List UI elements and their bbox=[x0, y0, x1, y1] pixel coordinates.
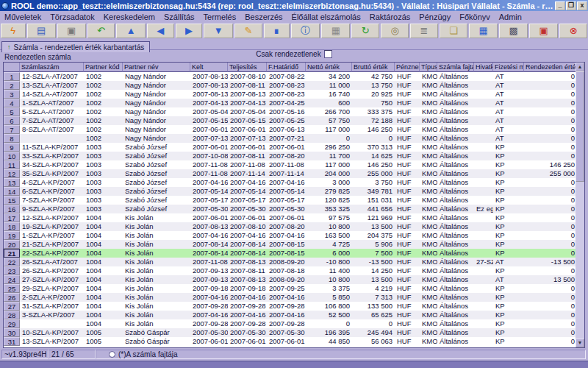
column-header-teljesites[interactable]: Teljesítés bbox=[228, 63, 267, 72]
cell-szamlaszam[interactable]: 1-SZLA-AT/2007 bbox=[20, 99, 84, 107]
cell-f-hatarido[interactable]: 2007-08-15 bbox=[267, 240, 306, 249]
cell-f-hatarido[interactable]: 2007-04-16 bbox=[267, 311, 306, 319]
cell-kelt[interactable]: 2007-08-14 bbox=[190, 249, 228, 258]
cell-rendezetlen-ertek[interactable]: -13 500 bbox=[524, 258, 577, 266]
table-row[interactable]: 78-SZLA-AT/20071002Nagy Nándor2007-06-01… bbox=[4, 125, 584, 134]
cell-szamla-fajta[interactable]: Általános bbox=[437, 319, 474, 328]
cell-penznem[interactable]: HUF bbox=[395, 293, 420, 302]
cell-f-hatarido[interactable]: 2007-08-18 bbox=[267, 266, 306, 275]
cell-netto-ertek[interactable]: 10 800 bbox=[306, 222, 352, 231]
cell-rendezetlen-ertek[interactable]: 0 bbox=[524, 90, 577, 99]
cell-tipus[interactable]: KMO bbox=[420, 160, 437, 169]
cell-szamla-fajta[interactable]: Általános bbox=[437, 99, 474, 107]
cell-partner-kod[interactable]: 1003 bbox=[84, 169, 123, 178]
cell-partner-kod[interactable]: 1002 bbox=[84, 72, 123, 81]
cell-hivatkozas[interactable] bbox=[474, 249, 493, 258]
cell-penznem[interactable]: HUF bbox=[395, 152, 420, 160]
cell-teljesites[interactable]: 2007-08-11 bbox=[228, 81, 267, 90]
menu-item-t-rzsadatok[interactable]: Törzsadatok bbox=[46, 13, 99, 21]
invoice-type-radio[interactable] bbox=[109, 351, 115, 358]
cell-teljesites[interactable]: 2007-08-13 bbox=[228, 275, 267, 284]
cell-partner-nev[interactable]: Nagy Nándor bbox=[123, 90, 190, 99]
cell-fizetesi-mod[interactable]: AT bbox=[493, 125, 524, 134]
cell-hivatkozas[interactable] bbox=[474, 90, 493, 99]
menu-item-sz-ll-t-s[interactable]: Szállítás bbox=[159, 13, 199, 21]
table-row[interactable]: 2021-SZLA-KP/20071004Kis Jolán2007-08-14… bbox=[4, 240, 584, 249]
cell-partner-kod[interactable]: 1003 bbox=[84, 143, 123, 152]
cell-hivatkozas[interactable] bbox=[474, 337, 493, 346]
cell-szamla-fajta[interactable]: Általános bbox=[437, 134, 474, 143]
cell-teljesites[interactable]: 2007-09-18 bbox=[228, 284, 267, 293]
column-header-penznem[interactable]: Pénznem bbox=[395, 63, 420, 72]
cell-kelt[interactable]: 2007-10-08 bbox=[190, 152, 228, 160]
cell-hivatkozas[interactable] bbox=[474, 99, 493, 107]
cell-rendezetlen-ertek[interactable]: 0 bbox=[524, 116, 577, 125]
cell-partner-nev[interactable]: Kis Jolán bbox=[123, 284, 190, 293]
cell-teljesites[interactable]: 2007-11-08 bbox=[228, 160, 267, 169]
row-number[interactable]: 18 bbox=[4, 222, 20, 231]
search-magnifier-button[interactable]: ◎ bbox=[381, 24, 409, 38]
table-row[interactable]: 2226-SZLA-AT/20071004Kis Jolán2007-11-08… bbox=[4, 258, 584, 266]
cell-rendezetlen-ertek[interactable]: 146 250 bbox=[524, 160, 577, 169]
cell-fizetesi-mod[interactable]: KP bbox=[493, 284, 524, 293]
cell-szamlaszam[interactable]: 31-SZLA-KP/2007 bbox=[20, 302, 84, 311]
cell-f-hatarido[interactable]: 2007-06-01 bbox=[267, 143, 306, 152]
cell-kelt[interactable]: 2007-09-28 bbox=[190, 319, 228, 328]
cell-fizetesi-mod[interactable]: KP bbox=[493, 160, 524, 169]
cell-szamla-fajta[interactable]: Általános bbox=[437, 249, 474, 258]
cell-kelt[interactable]: 2007-08-13 bbox=[190, 72, 228, 81]
cell-rendezetlen-ertek[interactable]: 0 bbox=[524, 187, 577, 196]
cell-szamla-fajta[interactable]: Általános bbox=[437, 311, 474, 319]
cell-brutto-ertek[interactable]: 13 750 bbox=[352, 81, 395, 90]
cell-kelt[interactable]: 2007-05-30 bbox=[190, 205, 228, 213]
cell-brutto-ertek[interactable]: 0 bbox=[352, 319, 395, 328]
cell-fizetesi-mod[interactable]: AT bbox=[493, 72, 524, 81]
cell-hivatkozas[interactable] bbox=[474, 187, 493, 196]
cell-f-hatarido[interactable]: 2007-05-17 bbox=[267, 196, 306, 205]
cell-brutto-ertek[interactable]: 65 625 bbox=[352, 311, 395, 319]
cell-netto-ertek[interactable]: 204 000 bbox=[306, 169, 352, 178]
cell-penznem[interactable]: HUF bbox=[395, 337, 420, 346]
cell-szamlaszam[interactable]: 26-SZLA-KP/2007 bbox=[20, 266, 84, 275]
cell-partner-kod[interactable]: 1004 bbox=[84, 222, 123, 231]
cell-netto-ertek[interactable]: 3 000 bbox=[306, 178, 352, 187]
cell-fizetesi-mod[interactable]: KP bbox=[493, 187, 524, 196]
row-number[interactable]: 23 bbox=[4, 266, 20, 275]
cell-tipus[interactable]: KMO bbox=[420, 293, 437, 302]
cell-partner-kod[interactable]: 1004 bbox=[84, 240, 123, 249]
cell-szamla-fajta[interactable]: Általános bbox=[437, 90, 474, 99]
cell-netto-ertek[interactable]: 10 800 bbox=[306, 275, 352, 284]
cell-szamlaszam[interactable]: 35-SZLA-KP/2007 bbox=[20, 169, 84, 178]
cell-partner-nev[interactable]: Szabó József bbox=[123, 152, 190, 160]
cell-netto-ertek[interactable]: 117 000 bbox=[306, 125, 352, 134]
cell-szamlaszam[interactable]: 4-SZLA-KP/2007 bbox=[20, 178, 84, 187]
cell-netto-ertek[interactable]: 16 740 bbox=[306, 90, 352, 99]
cell-kelt[interactable]: 2007-04-16 bbox=[190, 231, 228, 240]
cell-penznem[interactable]: HUF bbox=[395, 125, 420, 134]
cell-partner-kod[interactable]: 1002 bbox=[84, 107, 123, 116]
list-rows-button[interactable]: ≣ bbox=[410, 24, 438, 38]
cell-penznem[interactable]: HUF bbox=[395, 311, 420, 319]
undo-button[interactable]: ↶ bbox=[87, 24, 115, 38]
cell-hivatkozas[interactable] bbox=[474, 213, 493, 222]
row-number[interactable]: 10 bbox=[4, 152, 20, 160]
cell-fizetesi-mod[interactable]: AT bbox=[493, 275, 524, 284]
cell-teljesites[interactable]: 2007-08-11 bbox=[228, 266, 267, 275]
cell-partner-kod[interactable]: 1004 bbox=[84, 249, 123, 258]
cell-szamla-fajta[interactable]: Általános bbox=[437, 187, 474, 196]
cell-rendezetlen-ertek[interactable]: 0 bbox=[524, 72, 577, 81]
cell-partner-nev[interactable]: Szabó Gáspár bbox=[123, 337, 190, 346]
cell-netto-ertek[interactable]: 11 700 bbox=[306, 152, 352, 160]
table-row[interactable]: 157-SZLA-KP/20071003Szabó József2007-05-… bbox=[4, 196, 584, 205]
cell-kelt[interactable]: 2007-05-17 bbox=[190, 196, 228, 205]
cell-netto-ertek[interactable]: 6 000 bbox=[306, 249, 352, 258]
cell-brutto-ertek[interactable]: 255 000 bbox=[352, 169, 395, 178]
cell-hivatkozas[interactable] bbox=[474, 266, 493, 275]
cell-partner-kod[interactable]: 1003 bbox=[84, 205, 123, 213]
cell-brutto-ertek[interactable]: 133 500 bbox=[352, 302, 395, 311]
cell-partner-nev[interactable]: Kis Jolán bbox=[123, 222, 190, 231]
cell-rendezetlen-ertek[interactable]: 0 bbox=[524, 178, 577, 187]
cell-tipus[interactable]: KMO bbox=[420, 187, 437, 196]
cell-fizetesi-mod[interactable]: KP bbox=[493, 293, 524, 302]
cell-penznem[interactable]: HUF bbox=[395, 319, 420, 328]
